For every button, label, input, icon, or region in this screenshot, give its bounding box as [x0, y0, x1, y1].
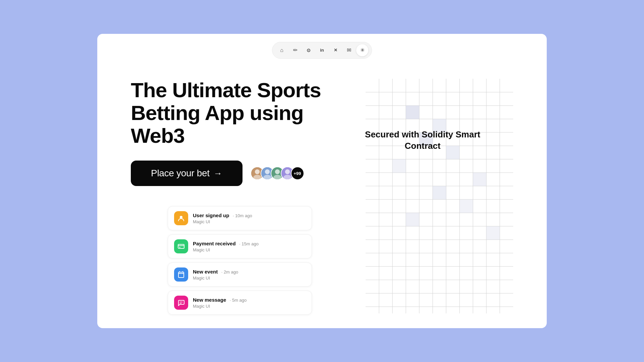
notif-title-1: User signed up · 10m ago — [193, 213, 252, 219]
avatar-count: +99 — [291, 167, 304, 180]
notif-icon-user — [174, 211, 188, 225]
svg-rect-50 — [406, 213, 419, 226]
svg-rect-46 — [392, 159, 406, 173]
svg-point-1 — [255, 170, 259, 174]
right-section: Secured with Solidity Smart Contract — [359, 79, 486, 315]
notifications-list: User signed up · 10m ago Magic UI Paymen… — [168, 206, 312, 315]
svg-point-4 — [265, 170, 269, 174]
notif-source-2: Magic UI — [193, 247, 259, 252]
home-icon[interactable]: ⌂ — [276, 44, 288, 56]
notif-icon-payment — [174, 239, 188, 253]
svg-point-5 — [263, 175, 271, 180]
app-window: ⌂ ✏ ⊙ in ✕ ✉ ✳ The Ultimate Sports Betti… — [97, 34, 547, 328]
notif-text-1: User signed up · 10m ago Magic UI — [193, 213, 252, 224]
notif-text-3: New event · 2m ago Magic UI — [193, 269, 238, 281]
svg-rect-47 — [473, 173, 486, 186]
edit-icon[interactable]: ✏ — [289, 44, 301, 56]
cta-label: Place your bet — [151, 168, 210, 179]
decorative-grid — [366, 79, 513, 313]
svg-rect-51 — [486, 226, 500, 240]
notif-title-4: New message · 5m ago — [193, 297, 247, 303]
svg-rect-13 — [178, 244, 184, 248]
notif-source-1: Magic UI — [193, 219, 252, 224]
secured-text: Secured with Solidity Smart Contract — [359, 129, 486, 152]
notif-title-2: Payment received · 15m ago — [193, 241, 259, 247]
notif-card-4: New message · 5m ago Magic UI — [168, 291, 312, 315]
navbar: ⌂ ✏ ⊙ in ✕ ✉ ✳ — [97, 34, 547, 65]
theme-icon[interactable]: ✳ — [356, 44, 368, 56]
cta-row: Place your bet → — [131, 161, 359, 186]
notif-icon-message — [174, 296, 188, 310]
notif-card-3: New event · 2m ago Magic UI — [168, 262, 312, 287]
cta-arrow-icon: → — [214, 168, 222, 179]
github-icon[interactable]: ⊙ — [303, 44, 315, 56]
notif-source-3: Magic UI — [193, 276, 238, 281]
mail-icon[interactable]: ✉ — [343, 44, 355, 56]
linkedin-icon[interactable]: in — [316, 44, 328, 56]
svg-point-10 — [285, 170, 289, 174]
svg-point-8 — [273, 175, 281, 180]
place-bet-button[interactable]: Place your bet → — [131, 161, 243, 186]
nav-pills: ⌂ ✏ ⊙ in ✕ ✉ ✳ — [272, 42, 372, 59]
notif-title-3: New event · 2m ago — [193, 269, 238, 275]
notif-card-2: Payment received · 15m ago Magic UI — [168, 234, 312, 258]
notif-card-1: User signed up · 10m ago Magic UI — [168, 206, 312, 230]
svg-point-2 — [253, 175, 261, 180]
twitter-icon[interactable]: ✕ — [329, 44, 341, 56]
svg-point-14 — [179, 247, 180, 248]
avatar-stack: +99 — [251, 167, 304, 180]
notif-text-2: Payment received · 15m ago Magic UI — [193, 241, 259, 252]
svg-rect-42 — [406, 106, 419, 119]
main-content: The Ultimate Sports Betting App using We… — [97, 65, 547, 328]
svg-point-12 — [180, 216, 182, 219]
notif-icon-event — [174, 267, 188, 282]
svg-rect-48 — [433, 186, 446, 199]
left-section: The Ultimate Sports Betting App using We… — [131, 79, 359, 315]
hero-title: The Ultimate Sports Betting App using We… — [131, 79, 359, 147]
notif-source-4: Magic UI — [193, 304, 247, 309]
notif-text-4: New message · 5m ago Magic UI — [193, 297, 247, 309]
svg-point-7 — [275, 170, 279, 174]
svg-point-11 — [283, 175, 291, 180]
svg-rect-49 — [460, 199, 473, 213]
